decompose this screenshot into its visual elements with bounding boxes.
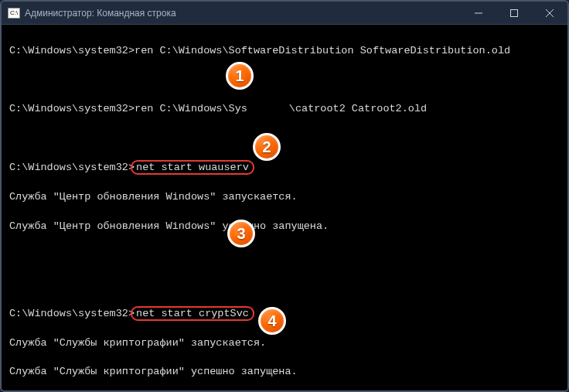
- titlebar: C:\ Администратор: Командная строка: [2, 2, 567, 25]
- output-line: Служба "Центр обновления Windows" запуск…: [9, 190, 560, 205]
- command-text: \catroot2 Catroot2.old: [289, 103, 427, 114]
- close-button[interactable]: [532, 2, 567, 25]
- svg-rect-1: [511, 9, 518, 16]
- output-line: Служба "Центр обновления Windows" успешн…: [9, 220, 560, 234]
- prompt: C:\Windows\system32>: [9, 103, 135, 114]
- output-line: Служба "Службы криптографии" успешно зап…: [9, 365, 560, 380]
- terminal-output[interactable]: C:\Windows\system32>ren C:\Windows\Softw…: [2, 25, 567, 390]
- prompt: C:\Windows\system32>: [9, 45, 135, 56]
- step-badge-4: 4: [258, 307, 286, 335]
- command-text: ren C:\Windows\Sys: [135, 103, 247, 114]
- window-title: Администратор: Командная строка: [25, 8, 461, 19]
- output-line: Служба "Службы криптографии" запускается…: [9, 336, 560, 351]
- maximize-button[interactable]: [496, 2, 532, 25]
- cmd-icon: C:\: [8, 8, 20, 19]
- highlighted-command: net start cryptSvc: [131, 306, 254, 321]
- command-text: ren C:\Windows\SoftwareDistribution Soft…: [135, 45, 510, 56]
- minimize-button[interactable]: [461, 2, 496, 25]
- highlighted-command: net start wuauserv: [131, 160, 254, 175]
- step-badge-2: 2: [253, 133, 281, 161]
- prompt: C:\Windows\system32>: [9, 308, 135, 319]
- step-badge-1: 1: [226, 62, 254, 90]
- prompt: C:\Windows\system32>: [9, 162, 135, 173]
- step-badge-3: 3: [227, 220, 255, 247]
